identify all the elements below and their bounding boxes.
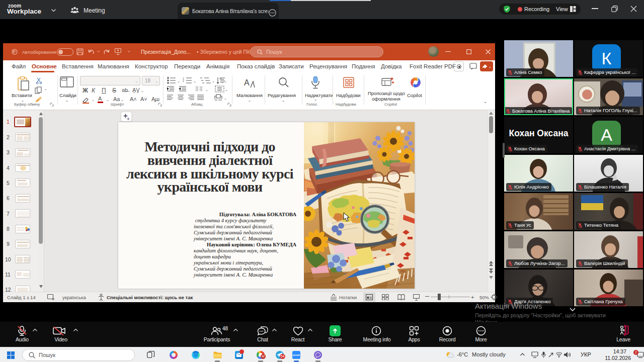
svg-text:2: 2 [183, 79, 184, 82]
svg-text:⌄: ⌄ [212, 79, 215, 83]
svg-text:⌄: ⌄ [193, 79, 196, 83]
svg-text:⌄: ⌄ [225, 88, 227, 92]
svg-text:A: A [219, 77, 221, 80]
svg-text:⌄: ⌄ [224, 97, 227, 100]
svg-text:A: A [244, 78, 250, 87]
svg-text:⌄: ⌄ [205, 88, 208, 92]
svg-text:⌄: ⌄ [224, 79, 227, 83]
svg-text:⌄: ⌄ [177, 79, 180, 83]
